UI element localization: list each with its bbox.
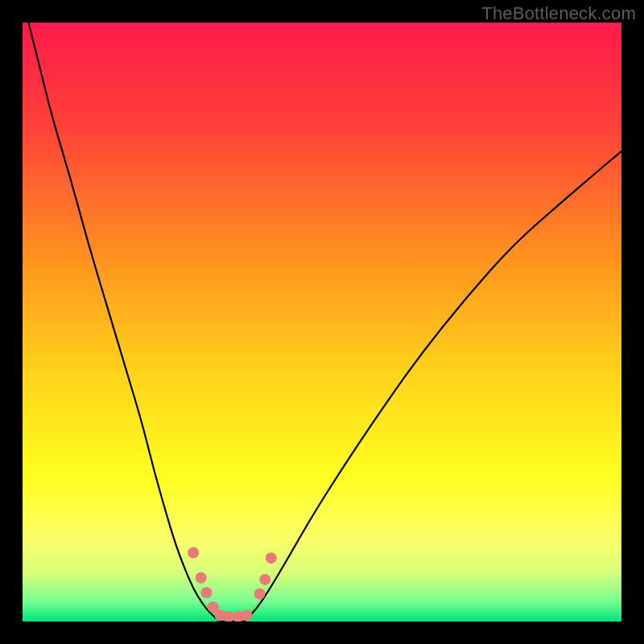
data-point	[254, 588, 266, 600]
bottleneck-chart	[23, 23, 621, 621]
data-point	[200, 587, 212, 598]
watermark-text: TheBottleneck.com	[481, 3, 636, 24]
data-point	[188, 547, 199, 558]
data-point	[241, 610, 252, 621]
chart-frame: TheBottleneck.com	[0, 0, 644, 644]
data-point	[259, 574, 270, 585]
data-point	[266, 552, 277, 564]
data-point	[196, 572, 207, 584]
